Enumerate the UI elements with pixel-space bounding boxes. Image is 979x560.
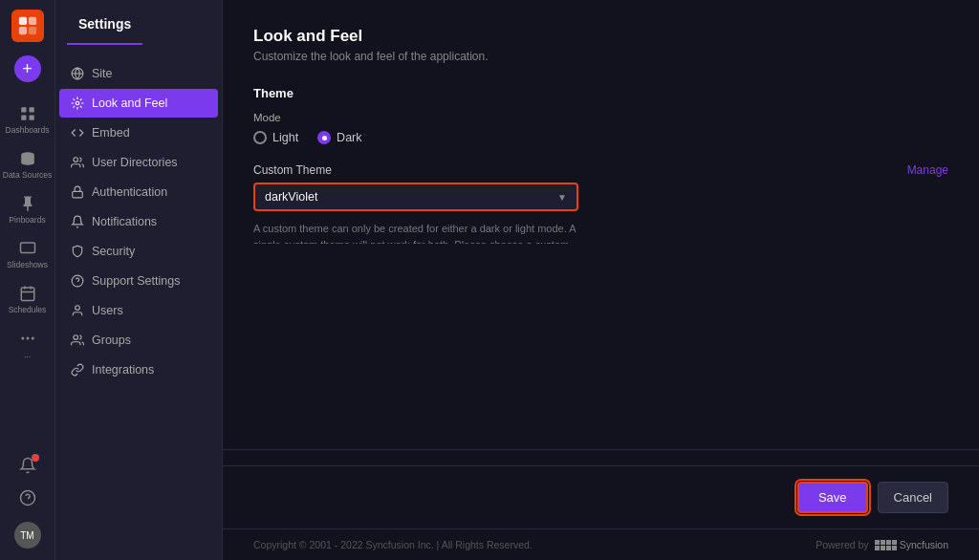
custom-theme-dropdown[interactable]: darkViolet ▼ [253,183,578,211]
svg-point-19 [74,158,78,162]
radio-dark-circle [317,131,331,144]
svg-rect-2 [18,27,26,34]
custom-theme-label: Custom Theme [253,163,332,177]
app-logo [11,10,44,42]
sidebar-item-integrations-label: Integrations [92,363,154,377]
syncfusion-logo: Syncfusion [875,539,948,550]
mode-label: Mode [253,112,948,123]
sidebar-item-support-settings[interactable]: Support Settings [59,267,218,295]
svg-rect-4 [21,107,26,112]
nav-more[interactable]: ... [0,322,54,367]
custom-theme-row: Custom Theme Manage [253,163,948,177]
sidebar-item-security[interactable]: Security [59,237,218,266]
icon-bar-bottom: TM [14,457,41,560]
svg-rect-9 [20,243,34,253]
svg-point-13 [31,337,33,340]
sidebar-title: Settings [67,16,142,45]
mode-light-label: Light [272,131,298,144]
sidebar-item-look-and-feel[interactable]: Look and Feel [59,89,218,118]
svg-point-18 [76,101,79,105]
nav-more-label: ... [24,350,31,359]
sidebar-item-security-label: Security [92,245,135,258]
svg-point-23 [76,306,80,311]
notification-icon[interactable] [19,457,36,478]
footer-copyright: Copyright © 2001 - 2022 Syncfusion Inc. … [253,539,533,550]
nav-pinboards[interactable]: Pinboards [0,187,54,232]
sidebar-item-site-label: Site [92,67,113,80]
svg-rect-6 [21,116,26,120]
cancel-button[interactable]: Cancel [878,482,948,513]
main-content: Look and Feel Customize the look and fee… [223,0,979,244]
sidebar-item-user-directories-label: User Directories [92,156,178,169]
nav-datasources[interactable]: Data Sources [0,142,54,187]
svg-rect-20 [73,191,83,197]
nav-dashboards-label: Dashboards [6,125,50,135]
page-subtitle: Customize the look and feel of the appli… [253,50,948,63]
sidebar-item-user-directories[interactable]: User Directories [59,148,218,177]
mode-dark[interactable]: Dark [317,131,361,144]
nav-dashboards[interactable]: Dashboards [0,97,54,142]
svg-rect-0 [18,17,26,25]
custom-theme-hint: A custom theme can only be created for e… [253,221,578,244]
powered-by-text: Powered by [816,539,868,550]
avatar[interactable]: TM [14,522,41,549]
nav-slideshows-label: Slideshows [7,260,48,269]
sidebar-item-look-and-feel-label: Look and Feel [92,97,167,110]
svg-point-24 [74,335,78,340]
svg-point-11 [21,337,24,340]
footer-actions: Save Cancel [223,465,979,528]
footer-powered-by: Powered by Syncfusion [816,539,948,550]
divider [223,449,979,450]
svg-rect-1 [28,17,35,25]
sidebar-item-authentication-label: Authentication [92,185,167,199]
sidebar-item-site[interactable]: Site [59,59,218,88]
nav-schedules-label: Schedules [9,305,47,314]
sidebar-item-notifications[interactable]: Notifications [59,207,218,236]
page-title: Look and Feel [253,27,948,46]
nav-pinboards-label: Pinboards [9,215,45,225]
add-button[interactable]: + [14,55,41,82]
sidebar-item-groups-label: Groups [92,334,131,347]
nav-datasources-label: Data Sources [3,170,53,180]
theme-section-title: Theme [253,86,948,100]
nav-schedules[interactable]: Schedules [0,277,54,322]
sidebar-item-groups[interactable]: Groups [59,326,218,355]
dropdown-arrow-icon: ▼ [557,192,567,203]
help-icon[interactable] [19,489,36,510]
sidebar-item-authentication[interactable]: Authentication [59,178,218,206]
mode-dark-label: Dark [337,131,361,144]
main-area: Look and Feel Customize the look and fee… [223,0,979,560]
mode-radio-group: Light Dark [253,131,948,144]
sidebar-item-users[interactable]: Users [59,296,218,325]
sidebar-item-users-label: Users [92,304,123,317]
notification-badge [32,454,39,462]
icon-bar: + Dashboards Data Sources Pinboards Slid… [0,0,55,560]
sidebar-item-embed-label: Embed [92,126,130,140]
sidebar-item-support-settings-label: Support Settings [92,274,180,288]
sidebar-item-notifications-label: Notifications [92,215,157,228]
sidebar-item-integrations[interactable]: Integrations [59,355,218,384]
svg-rect-7 [29,116,33,120]
syncfusion-grid-icon [875,540,897,550]
sidebar-item-embed[interactable]: Embed [59,118,218,147]
svg-rect-10 [21,288,34,301]
svg-point-12 [26,337,29,340]
custom-theme-value: darkViolet [265,190,317,204]
svg-rect-5 [29,107,33,112]
mode-light[interactable]: Light [253,131,298,144]
save-button[interactable]: Save [797,482,868,513]
svg-rect-3 [28,27,35,34]
main-footer: Copyright © 2001 - 2022 Syncfusion Inc. … [223,528,979,560]
sidebar: Settings Site Look and Feel Embed User D… [55,0,223,560]
radio-light-circle [253,131,267,144]
custom-theme-manage-link[interactable]: Manage [907,163,948,177]
nav-slideshows[interactable]: Slideshows [0,232,54,277]
syncfusion-brand-name: Syncfusion [900,539,948,550]
